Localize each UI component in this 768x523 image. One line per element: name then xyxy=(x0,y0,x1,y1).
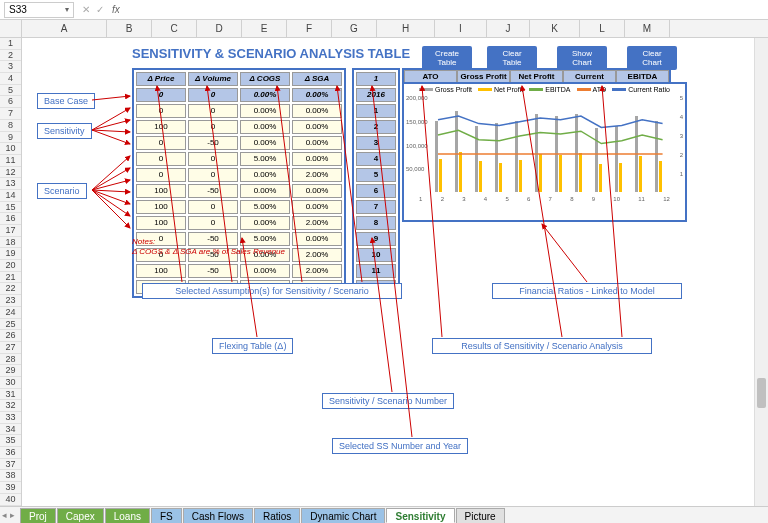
col-header-M[interactable]: M xyxy=(625,20,670,37)
row-header-21[interactable]: 21 xyxy=(0,272,21,284)
svg-line-1 xyxy=(92,108,130,130)
flexing-table-label: Flexing Table (Δ) xyxy=(212,338,293,354)
fx-icon[interactable]: fx xyxy=(112,4,120,15)
name-box-dropdown-icon[interactable]: ▾ xyxy=(65,5,69,14)
col-header-D[interactable]: D xyxy=(197,20,242,37)
show-chart-button[interactable]: Show Chart xyxy=(557,46,607,70)
col-header-G[interactable]: G xyxy=(332,20,377,37)
sheet-area[interactable]: SENSITIVITY & SCENARIO ANALYSIS TABLE Cr… xyxy=(22,38,768,506)
row-header-30[interactable]: 30 xyxy=(0,377,21,389)
row-header-29[interactable]: 29 xyxy=(0,365,21,377)
col-header-K[interactable]: K xyxy=(530,20,580,37)
tab-dynamic-chart[interactable]: Dynamic Chart xyxy=(301,508,385,523)
vertical-scrollbar[interactable] xyxy=(754,38,768,506)
col-header-B[interactable]: B xyxy=(107,20,152,37)
tab-loans[interactable]: Loans xyxy=(105,508,150,523)
row-header-13[interactable]: 13 xyxy=(0,178,21,190)
row-header-22[interactable]: 22 xyxy=(0,283,21,295)
col-header-I[interactable]: I xyxy=(435,20,487,37)
row-header-1[interactable]: 1 xyxy=(0,38,21,50)
row-header-34[interactable]: 34 xyxy=(0,424,21,436)
row-header-17[interactable]: 17 xyxy=(0,225,21,237)
row-header-37[interactable]: 37 xyxy=(0,459,21,471)
scenario-number-table: 12016123456789101112 xyxy=(352,68,400,298)
scroll-thumb[interactable] xyxy=(757,378,766,408)
formula-buttons: ✕ ✓ xyxy=(82,4,104,15)
row-header-27[interactable]: 27 xyxy=(0,342,21,354)
name-box-value: S33 xyxy=(9,4,27,15)
col-header-H[interactable]: H xyxy=(377,20,435,37)
row-header-11[interactable]: 11 xyxy=(0,155,21,167)
row-header-19[interactable]: 19 xyxy=(0,248,21,260)
row-header-39[interactable]: 39 xyxy=(0,482,21,494)
legend-gross-profit: Gross Profit xyxy=(419,86,472,93)
row-header-25[interactable]: 25 xyxy=(0,319,21,331)
clear-table-button[interactable]: Clear Table xyxy=(487,46,537,70)
formula-input[interactable] xyxy=(128,2,764,18)
row-header-8[interactable]: 8 xyxy=(0,120,21,132)
sensitivity-label: Sensitivity xyxy=(37,123,92,139)
chart-area: 50,000100,000150,000200,0001234512345678… xyxy=(410,97,679,192)
col-header-L[interactable]: L xyxy=(580,20,625,37)
row-header-4[interactable]: 4 xyxy=(0,73,21,85)
col-header-J[interactable]: J xyxy=(487,20,530,37)
row-header-36[interactable]: 36 xyxy=(0,447,21,459)
legend-current-ratio: Current Ratio xyxy=(612,86,670,93)
create-table-button[interactable]: Create Table xyxy=(422,46,472,70)
row-header-9[interactable]: 9 xyxy=(0,132,21,144)
row-header-7[interactable]: 7 xyxy=(0,108,21,120)
delta-table: Δ PriceΔ VolumeΔ COGSΔ SGA000.00%0.00%00… xyxy=(132,68,346,298)
row-header-6[interactable]: 6 xyxy=(0,96,21,108)
clear-chart-button[interactable]: Clear Chart xyxy=(627,46,677,70)
tab-picture[interactable]: Picture xyxy=(456,508,505,523)
row-header-24[interactable]: 24 xyxy=(0,307,21,319)
row-header-12[interactable]: 12 xyxy=(0,167,21,179)
row-header-23[interactable]: 23 xyxy=(0,295,21,307)
row-headers: 1234567891011121314151617181920212223242… xyxy=(0,38,22,506)
ss-number-label: Sensitivity / Scenario Number xyxy=(322,393,454,409)
row-header-28[interactable]: 28 xyxy=(0,354,21,366)
row-header-20[interactable]: 20 xyxy=(0,260,21,272)
enter-icon[interactable]: ✓ xyxy=(96,4,104,15)
row-header-31[interactable]: 31 xyxy=(0,389,21,401)
results-analysis-label: Results of Sensitivity / Scenario Analys… xyxy=(432,338,652,354)
row-header-18[interactable]: 18 xyxy=(0,237,21,249)
col-header-F[interactable]: F xyxy=(287,20,332,37)
select-all-corner[interactable] xyxy=(0,20,22,37)
svg-line-7 xyxy=(92,180,130,190)
name-box[interactable]: S33▾ xyxy=(4,2,74,18)
tab-sensitivity[interactable]: Sensitivity xyxy=(386,508,454,523)
svg-line-10 xyxy=(92,190,130,216)
legend-ato: ATO xyxy=(577,86,607,93)
row-header-33[interactable]: 33 xyxy=(0,412,21,424)
row-header-38[interactable]: 38 xyxy=(0,470,21,482)
grid: 1234567891011121314151617181920212223242… xyxy=(0,38,768,506)
row-header-16[interactable]: 16 xyxy=(0,213,21,225)
cancel-icon[interactable]: ✕ xyxy=(82,4,90,15)
row-header-32[interactable]: 32 xyxy=(0,400,21,412)
svg-line-16 xyxy=(542,224,587,282)
row-header-26[interactable]: 26 xyxy=(0,330,21,342)
sheet-tabs: ◂ ▸ ProjCapexLoansFSCash FlowsRatiosDyna… xyxy=(0,506,768,523)
row-header-3[interactable]: 3 xyxy=(0,61,21,73)
row-header-2[interactable]: 2 xyxy=(0,50,21,62)
tab-fs[interactable]: FS xyxy=(151,508,182,523)
notes-label: Notes: xyxy=(132,237,155,246)
tab-ratios[interactable]: Ratios xyxy=(254,508,300,523)
tab-proj[interactable]: Proj xyxy=(20,508,56,523)
col-header-C[interactable]: C xyxy=(152,20,197,37)
row-header-40[interactable]: 40 xyxy=(0,494,21,506)
col-header-A[interactable]: A xyxy=(22,20,107,37)
svg-line-8 xyxy=(92,190,130,192)
row-header-5[interactable]: 5 xyxy=(0,85,21,97)
tab-capex[interactable]: Capex xyxy=(57,508,104,523)
row-header-14[interactable]: 14 xyxy=(0,190,21,202)
tab-cash-flows[interactable]: Cash Flows xyxy=(183,508,253,523)
row-header-35[interactable]: 35 xyxy=(0,435,21,447)
selected-ss-label: Selected SS Number and Year xyxy=(332,438,468,454)
svg-line-11 xyxy=(92,190,130,228)
row-header-15[interactable]: 15 xyxy=(0,202,21,214)
col-header-E[interactable]: E xyxy=(242,20,287,37)
tab-nav-icon[interactable]: ◂ ▸ xyxy=(2,510,15,520)
row-header-10[interactable]: 10 xyxy=(0,143,21,155)
